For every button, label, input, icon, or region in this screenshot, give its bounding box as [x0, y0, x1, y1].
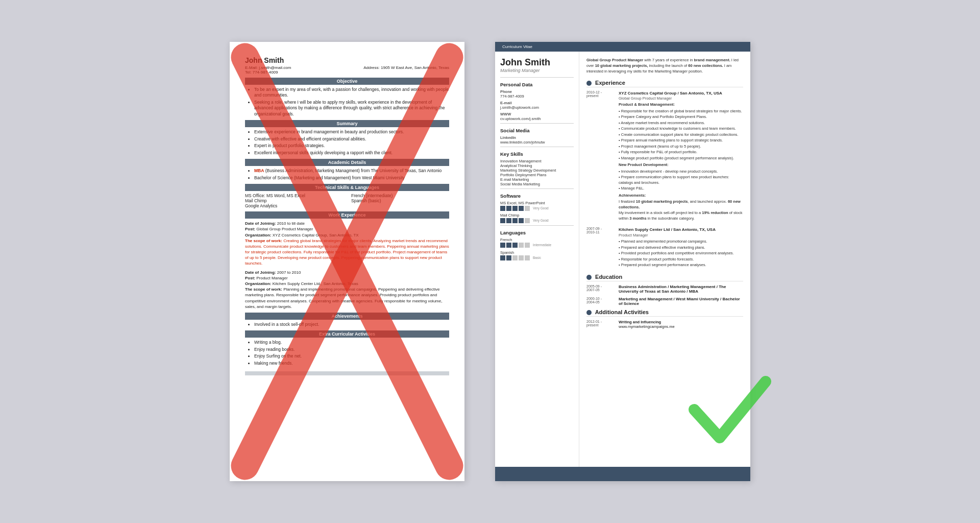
bottom-bar-left	[245, 371, 449, 375]
bold-text: brand management.	[694, 58, 730, 62]
skill-block	[506, 243, 511, 248]
skill-name: MS Excel, MS PowerPoint	[500, 201, 574, 205]
add-entry-1: 2012-01 -present Writing and Influencing…	[586, 320, 743, 329]
add-detail: www.mymarketingcampaigns.me	[619, 324, 743, 329]
skills-row: MS Office: MS Word, MS Excel Mail Chimp …	[245, 193, 449, 208]
skill-block-empty	[525, 218, 530, 223]
contact-row: E-Mail: j.smith@mail.com Tel: 774-987-40…	[245, 65, 449, 75]
achievements-list: Involved in a stock sell-off project.	[245, 322, 449, 327]
resume-left: John Smith E-Mail: j.smith@mail.com Tel:…	[230, 42, 464, 481]
linkedin-label: LinkedIn	[500, 135, 574, 140]
skill-block	[500, 255, 505, 260]
list-item: • Provided product portfolios and compet…	[619, 251, 743, 256]
key-skills-list: Innovation Management Analytical Thinkin…	[500, 159, 574, 186]
skill-block	[506, 206, 511, 211]
skill-block	[519, 218, 524, 223]
email-label: E-mail	[500, 101, 574, 105]
skill-block-empty	[519, 243, 524, 248]
exp-dates: 2010-12 -present	[586, 90, 615, 222]
list-item: • Manage product portfolio (product segm…	[619, 156, 743, 161]
exp-subsection: Achievements:	[619, 193, 743, 199]
divider	[500, 225, 574, 226]
work-post: Post: Global Group Product Manager	[245, 226, 449, 232]
list-item: • Fully responsible for P&L of product p…	[619, 150, 743, 155]
lang-name: Spanish	[500, 250, 574, 255]
right-bottom-bar	[495, 467, 750, 481]
list-item: • Prepared and delivered effective marke…	[619, 245, 743, 251]
key-skills-title: Key Skills	[500, 151, 574, 157]
add-content: Writing and Influencing www.mymarketingc…	[619, 320, 743, 329]
summary-list: Extensive experience in brand management…	[245, 129, 449, 156]
list-item: • Manage P&L.	[619, 186, 743, 192]
social-media-title: Social Media	[500, 128, 574, 133]
divider	[500, 188, 574, 189]
section-dot-icon	[586, 275, 592, 280]
work-date: Date of Joining: 2007 to 2010	[245, 270, 449, 275]
work-post: Post: Product Manager	[245, 275, 449, 281]
resume-right: Curriculum Vitae John Smith Marketing Ma…	[495, 42, 750, 481]
lang-rating: Intermediate	[533, 243, 551, 247]
list-item: Creative with effective and efficient or…	[254, 136, 449, 142]
email-value: j.smith@mail.com	[259, 65, 291, 70]
list-item: MS Office: MS Word, MS Excel	[245, 193, 343, 198]
list-item: • Communicate product knowledge to custo…	[619, 126, 743, 132]
software-title: Software	[500, 193, 574, 199]
add-activity: Writing and Influencing	[619, 320, 743, 324]
work-org: Organization: XYZ Cosmetics Capital Grou…	[245, 232, 449, 238]
edu-content: Business Administration / Marketing Mana…	[619, 284, 743, 294]
skill-block-empty	[512, 255, 518, 260]
cv-header-bar: Curriculum Vitae	[495, 42, 750, 52]
phone-label: Phone	[500, 89, 574, 94]
skill-name: Mail Chimp	[500, 213, 574, 218]
list-item: • Responsible for product portfolio fore…	[619, 257, 743, 263]
phone-value: 774-987-4009	[500, 94, 574, 99]
work-entry-1: Date of Joining: 2010 to till date Post:…	[245, 221, 449, 267]
intro-text: Global Group Product Manager with 7 year…	[586, 58, 743, 75]
experience-label: Experience	[595, 80, 625, 86]
extra-list: Writing a blog. Enjoy reading books. Enj…	[245, 340, 449, 366]
skill-block	[512, 218, 518, 223]
list-item: MBA (Business Administration, Marketing …	[254, 168, 449, 174]
address-label: Address:	[363, 65, 380, 70]
list-item: • Prepare annual marketing plans to supp…	[619, 138, 743, 144]
skills-col-right: French (intermediate) Spanish (basic)	[351, 193, 449, 208]
tel-value: 774-987-4009	[253, 70, 278, 75]
skill-block-empty	[525, 255, 530, 260]
www-value: cv.uptowork.com/j.smith	[500, 116, 574, 121]
address-block: Address: 1905 W East Ave, San Antonio, T…	[363, 65, 449, 75]
divider	[500, 77, 574, 78]
list-item: Spanish (basic)	[351, 198, 449, 203]
list-item: Seeking a role, where I will be able to …	[254, 100, 449, 117]
personal-data-title: Personal Data	[500, 82, 574, 87]
languages-title: Languages	[500, 230, 574, 235]
achievements-header: Achievements	[245, 313, 449, 320]
list-item: • Innovation development - develop new p…	[619, 169, 743, 175]
list-item: To be an expert in my area of work, with…	[254, 87, 449, 99]
skill-rating: Very Good	[533, 206, 549, 210]
academic-list: MBA (Business Administration, Marketing …	[245, 168, 449, 181]
experience-entry-1: 2010-12 -present XYZ Cosmetics Capital G…	[586, 90, 743, 222]
list-item: Innovation Management	[500, 159, 574, 163]
list-item: Bachelor of Science (Marketing and Manag…	[254, 175, 449, 181]
edu-dates: 2005-09 -2007-05	[586, 284, 615, 294]
email-label: E-Mail:	[245, 65, 258, 70]
exp-content: XYZ Cosmetics Capital Group / San Antoni…	[619, 90, 743, 222]
list-item: Involved in a stock sell-off project.	[254, 322, 449, 327]
objective-header: Objective	[245, 78, 449, 85]
list-item: • Analyze market trends and recommend so…	[619, 121, 743, 126]
resume-right-body: John Smith Marketing Manager Personal Da…	[495, 52, 750, 467]
edu-entry-1: 2005-09 -2007-05 Business Administration…	[586, 284, 743, 294]
bold-text: 60 new collections.	[688, 63, 723, 68]
list-item: Writing a blog.	[254, 340, 449, 345]
lang-track: Intermediate	[500, 243, 574, 248]
list-item: Enjoy Surfing on the net.	[254, 353, 449, 359]
email-value: j.smith@uptowork.com	[500, 105, 574, 110]
exp-role: Product Manager	[619, 233, 743, 239]
edu-degree: Marketing and Management / West Miami Un…	[619, 297, 743, 306]
left-name: John Smith	[245, 56, 449, 64]
skill-block	[512, 206, 518, 211]
list-item: • Planned and implemented promotional ca…	[619, 239, 743, 245]
section-dot-icon	[586, 81, 592, 86]
skill-block	[506, 218, 511, 223]
list-item: Social Media Marketing	[500, 182, 574, 186]
